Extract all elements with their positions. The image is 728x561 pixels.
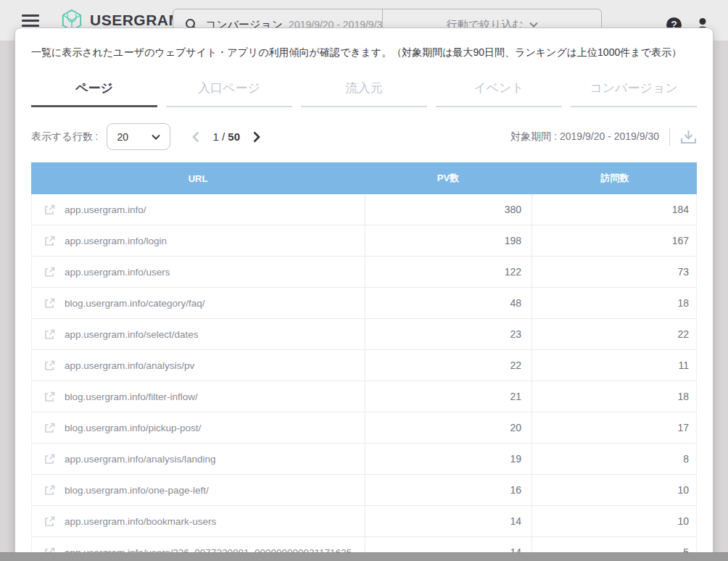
url-cell: blog.usergram.info/pickup-post/ (32, 412, 365, 443)
table-row: app.usergram.info/users 122 73 (31, 257, 697, 288)
rows-per-page-value: 20 (117, 131, 128, 143)
url-text: app.usergram.info/select/dates (65, 329, 199, 340)
table-row: blog.usergram.info/filter-inflow/ 21 18 (31, 381, 697, 412)
visits-cell: 8 (532, 444, 699, 474)
rows-per-page-label: 表示する行数 : (31, 130, 98, 144)
col-header-pv: PV数 (365, 162, 531, 194)
visits-cell: 167 (532, 225, 699, 256)
pv-cell: 122 (365, 257, 532, 287)
usage-trend-modal: 一覧に表示されたユーザのウェブサイト・アプリの利用傾向が確認できます。（対象期間… (15, 28, 713, 561)
table-row: app.usergram.info/login 198 167 (31, 225, 697, 257)
pv-cell: 22 (365, 350, 532, 381)
controls-divider (669, 128, 670, 146)
prev-page-icon[interactable] (192, 131, 199, 143)
external-link-icon[interactable] (44, 267, 55, 278)
table-header-row: URL PV数 訪問数 (31, 162, 697, 194)
page-total: 50 (228, 130, 240, 143)
pv-cell: 20 (365, 412, 532, 443)
pv-cell: 198 (365, 225, 532, 256)
col-header-url: URL (31, 162, 365, 194)
visits-cell: 18 (532, 381, 699, 412)
external-link-icon[interactable] (44, 423, 55, 433)
url-cell: app.usergram.info/bookmark-users (32, 506, 365, 536)
pv-cell: 16 (365, 475, 532, 505)
table-body: app.usergram.info/ 380 184 app.usergram.… (31, 194, 697, 561)
tab-bar: ページ 入口ページ 流入元 イベント コンバージョン (31, 80, 697, 107)
url-cell: app.usergram.info/login (32, 225, 365, 256)
download-icon[interactable] (680, 129, 697, 145)
pv-cell: 21 (365, 381, 532, 412)
table-row: blog.usergram.info/pickup-post/ 20 17 (31, 412, 697, 444)
tab-conversions[interactable]: コンバージョン (571, 80, 697, 107)
menu-icon[interactable] (22, 14, 39, 27)
visits-cell: 18 (532, 288, 699, 318)
pagination: 1 / 50 (192, 130, 260, 143)
target-period-label: 対象期間 : 2019/9/20 - 2019/9/30 (510, 130, 659, 144)
visits-cell: 22 (532, 319, 699, 349)
modal-description: 一覧に表示されたユーザのウェブサイト・アプリの利用傾向が確認できます。（対象期間… (31, 46, 697, 59)
tab-entry-pages[interactable]: 入口ページ (166, 80, 292, 107)
usage-table: URL PV数 訪問数 app.usergram.info/ 380 184 (31, 162, 697, 561)
table-row: blog.usergram.info/category/faq/ 48 18 (31, 288, 697, 319)
visits-cell: 11 (532, 350, 699, 381)
pv-cell: 19 (365, 444, 532, 474)
chevron-down-icon (152, 134, 160, 140)
url-text: app.usergram.info/ (65, 204, 146, 215)
url-cell: app.usergram.info/analysis/landing (32, 444, 365, 474)
horizontal-scrollbar[interactable] (0, 552, 728, 561)
tab-events[interactable]: イベント (436, 80, 562, 107)
url-text: app.usergram.info/login (65, 236, 167, 246)
url-text: blog.usergram.info/pickup-post/ (65, 423, 201, 433)
visits-cell: 73 (532, 257, 699, 287)
page-separator: / (222, 130, 225, 143)
external-link-icon[interactable] (44, 454, 55, 465)
url-text: app.usergram.info/users (65, 267, 170, 278)
page-indicator: 1 / 50 (212, 130, 240, 143)
external-link-icon[interactable] (44, 391, 55, 402)
table-row: app.usergram.info/analysis/pv 22 11 (31, 350, 697, 381)
url-text: app.usergram.info/bookmark-users (65, 516, 216, 527)
url-text: app.usergram.info/analysis/pv (65, 360, 194, 371)
url-text: blog.usergram.info/filter-inflow/ (65, 391, 198, 402)
visits-cell: 17 (532, 412, 699, 443)
table-row: app.usergram.info/analysis/landing 19 8 (31, 444, 697, 475)
external-link-icon[interactable] (44, 360, 55, 371)
table-row: app.usergram.info/ 380 184 (31, 194, 697, 225)
url-cell: app.usergram.info/select/dates (32, 319, 365, 349)
visits-cell: 184 (532, 194, 699, 225)
page-current: 1 (212, 130, 218, 143)
table-row: blog.usergram.info/one-page-left/ 16 10 (31, 475, 697, 506)
url-text: blog.usergram.info/one-page-left/ (65, 485, 209, 496)
pv-cell: 380 (365, 194, 532, 225)
visits-cell: 10 (532, 506, 699, 536)
url-cell: blog.usergram.info/one-page-left/ (32, 475, 365, 505)
external-link-icon[interactable] (44, 204, 55, 215)
external-link-icon[interactable] (44, 236, 55, 246)
table-row: app.usergram.info/select/dates 23 22 (31, 319, 697, 350)
table-controls: 表示する行数 : 20 1 / 50 (31, 123, 697, 150)
external-link-icon[interactable] (44, 516, 55, 527)
tab-traffic-sources[interactable]: 流入元 (301, 80, 427, 107)
url-cell: app.usergram.info/analysis/pv (32, 350, 365, 381)
rows-per-page-select[interactable]: 20 (107, 123, 170, 150)
chevron-down-icon (529, 22, 538, 28)
url-cell: blog.usergram.info/filter-inflow/ (32, 381, 365, 412)
visits-cell: 10 (532, 475, 699, 505)
url-cell: blog.usergram.info/category/faq/ (32, 288, 365, 318)
col-header-visits: 訪問数 (531, 162, 698, 194)
next-page-icon[interactable] (253, 131, 260, 143)
table-row: app.usergram.info/bookmark-users 14 10 (31, 506, 697, 537)
pv-cell: 23 (365, 319, 532, 349)
url-text: blog.usergram.info/category/faq/ (65, 298, 205, 309)
url-cell: app.usergram.info/ (32, 194, 365, 225)
external-link-icon[interactable] (44, 485, 55, 496)
url-text: app.usergram.info/analysis/landing (65, 454, 216, 465)
brand-name: USERGRAM (90, 12, 182, 29)
external-link-icon[interactable] (44, 298, 55, 309)
tab-pages[interactable]: ページ (31, 80, 157, 107)
pv-cell: 48 (365, 288, 532, 318)
pv-cell: 14 (365, 506, 532, 536)
external-link-icon[interactable] (44, 329, 55, 340)
url-cell: app.usergram.info/users (32, 257, 365, 287)
